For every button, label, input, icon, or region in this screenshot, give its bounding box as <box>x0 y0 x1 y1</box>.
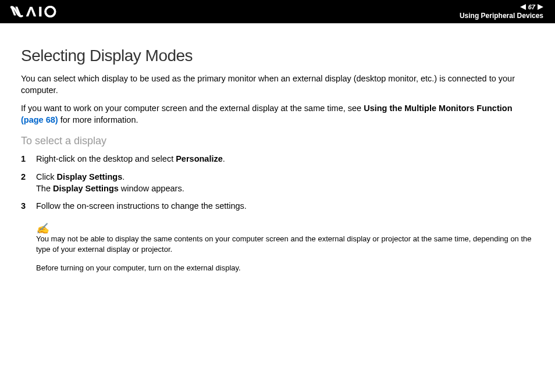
svg-rect-0 <box>39 7 41 17</box>
note-text-2: Before turning on your computer, turn on… <box>36 263 534 273</box>
intro2-post: for more information. <box>58 115 138 124</box>
intro2-bold: Using the Multiple Monitors Function <box>364 104 512 113</box>
page-link[interactable]: (page 68) <box>21 115 58 124</box>
step-number: 2 <box>21 171 36 195</box>
content-area: Selecting Display Modes You can select w… <box>0 23 555 293</box>
step-text: Right-click on the desktop and select Pe… <box>36 153 534 165</box>
note-icon: ✍ <box>36 222 534 235</box>
step-text: Follow the on-screen instructions to cha… <box>36 200 534 212</box>
header-bar: 67 Using Peripheral Devices <box>0 0 555 23</box>
step-item: 3 Follow the on-screen instructions to c… <box>21 200 534 212</box>
intro2-pre: If you want to work on your computer scr… <box>21 104 364 113</box>
step-item: 1 Right-click on the desktop and select … <box>21 153 534 165</box>
sub-heading: To select a display <box>21 135 534 147</box>
steps-list: 1 Right-click on the desktop and select … <box>21 153 534 212</box>
svg-point-1 <box>45 7 55 17</box>
header-right: 67 Using Peripheral Devices <box>460 3 543 20</box>
step-number: 1 <box>21 153 36 165</box>
next-page-icon[interactable] <box>538 4 543 10</box>
page-number: 67 <box>528 3 535 10</box>
intro-paragraph-1: You can select which display to be used … <box>21 73 534 96</box>
step-item: 2 Click Display Settings. The Display Se… <box>21 171 534 195</box>
step-number: 3 <box>21 200 36 212</box>
page-nav: 67 <box>520 3 543 10</box>
step-text: Click Display Settings. The Display Sett… <box>36 171 534 195</box>
vaio-logo <box>10 0 69 23</box>
prev-page-icon[interactable] <box>520 4 526 10</box>
intro-paragraph-2: If you want to work on your computer scr… <box>21 103 534 126</box>
note-text-1: You may not be able to display the same … <box>36 234 534 254</box>
note-section: ✍ You may not be able to display the sam… <box>36 222 534 273</box>
section-title: Using Peripheral Devices <box>460 12 543 20</box>
page-heading: Selecting Display Modes <box>21 47 534 65</box>
